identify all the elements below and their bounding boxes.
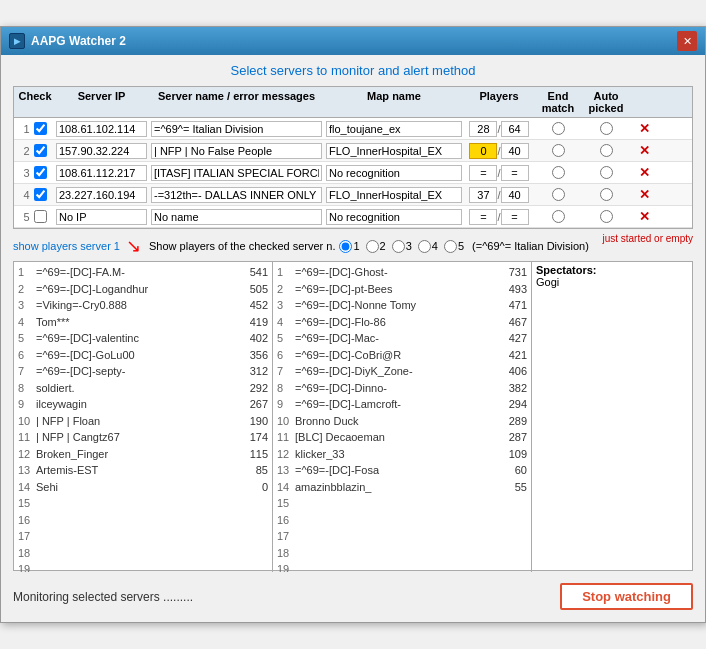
player-row: 12Broken_Finger115: [18, 446, 268, 463]
player-row: 10| NFP | Floan190: [18, 413, 268, 430]
row-checkbox-2[interactable]: [34, 144, 47, 157]
auto-picked-radio-5[interactable]: [600, 210, 613, 223]
col-auto: Auto picked: [582, 89, 630, 115]
row-checkbox-4[interactable]: [34, 188, 47, 201]
row-checkbox-1[interactable]: [34, 122, 47, 135]
auto-picked-radio-4[interactable]: [600, 188, 613, 201]
player-row: 14Sehi0: [18, 479, 268, 496]
map-cell-5: [324, 209, 464, 225]
show-players-radio-3[interactable]: [392, 240, 405, 253]
player-row: 11[BLC] Decaoeman287: [277, 429, 527, 446]
ip-cell-5: [54, 209, 149, 225]
name-input-3[interactable]: [151, 165, 322, 181]
delete-row-2-button[interactable]: ✕: [637, 143, 652, 158]
show-players-radio-4[interactable]: [418, 240, 431, 253]
end-match-radio-4[interactable]: [552, 188, 565, 201]
delete-cell-5: ✕: [630, 209, 658, 224]
bottom-bar: Monitoring selected servers ......... St…: [13, 577, 693, 614]
player-row: 6=^69=-[DC]-GoLu00356: [18, 347, 268, 364]
players-max-5[interactable]: [501, 209, 529, 225]
show-players-radio-2[interactable]: [366, 240, 379, 253]
delete-row-1-button[interactable]: ✕: [637, 121, 652, 136]
close-button[interactable]: ✕: [677, 31, 697, 51]
end-match-cell-2: [534, 144, 582, 157]
ip-input-5[interactable]: [56, 209, 147, 225]
show-players-option-5[interactable]: 5: [444, 240, 464, 253]
name-input-4[interactable]: [151, 187, 322, 203]
players-max-4[interactable]: [501, 187, 529, 203]
player-row-empty: 19: [18, 561, 268, 572]
status-text: Monitoring selected servers .........: [13, 590, 193, 604]
players-current-4[interactable]: [469, 187, 497, 203]
window-title: AAPG Watcher 2: [31, 34, 126, 48]
ip-input-2[interactable]: [56, 143, 147, 159]
player-row-empty: 18: [18, 545, 268, 562]
table-row: 4 / ✕: [14, 184, 692, 206]
map-input-4[interactable]: [326, 187, 462, 203]
end-match-radio-5[interactable]: [552, 210, 565, 223]
map-input-2[interactable]: [326, 143, 462, 159]
just-started-note: just started or empty: [602, 233, 693, 245]
table-row: 3 / ✕: [14, 162, 692, 184]
players-max-3[interactable]: [501, 165, 529, 181]
show-players-radio-5[interactable]: [444, 240, 457, 253]
row-number-5: 5: [16, 210, 54, 223]
row-checkbox-5[interactable]: [34, 210, 47, 223]
col-name: Server name / error messages: [149, 89, 324, 115]
players-current-2[interactable]: [469, 143, 497, 159]
player-row: 1=^69=-[DC]-Ghost-731: [277, 264, 527, 281]
auto-picked-radio-2[interactable]: [600, 144, 613, 157]
name-cell-5: [149, 209, 324, 225]
player-row-empty: 16: [277, 512, 527, 529]
ip-input-3[interactable]: [56, 165, 147, 181]
players-current-5[interactable]: [469, 209, 497, 225]
players-cell-1: /: [464, 121, 534, 137]
name-input-5[interactable]: [151, 209, 322, 225]
end-match-radio-3[interactable]: [552, 166, 565, 179]
map-input-3[interactable]: [326, 165, 462, 181]
table-row: 1 / ✕: [14, 118, 692, 140]
player-row: 9=^69=-[DC]-Lamcroft-294: [277, 396, 527, 413]
player-row: 5=^69=-[DC]-valentinc402: [18, 330, 268, 347]
map-input-1[interactable]: [326, 121, 462, 137]
row-checkbox-3[interactable]: [34, 166, 47, 179]
col-ip: Server IP: [54, 89, 149, 115]
main-content: Select servers to monitor and alert meth…: [1, 55, 705, 622]
name-input-2[interactable]: [151, 143, 322, 159]
players-max-2[interactable]: [501, 143, 529, 159]
end-match-radio-2[interactable]: [552, 144, 565, 157]
player-row: 11| NFP | Cangtz67174: [18, 429, 268, 446]
player-row: 12klicker_33109: [277, 446, 527, 463]
show-players-option-1[interactable]: 1: [339, 240, 359, 253]
name-input-1[interactable]: [151, 121, 322, 137]
ip-input-4[interactable]: [56, 187, 147, 203]
auto-picked-radio-1[interactable]: [600, 122, 613, 135]
auto-picked-radio-3[interactable]: [600, 166, 613, 179]
end-match-radio-1[interactable]: [552, 122, 565, 135]
end-match-cell-1: [534, 122, 582, 135]
players-current-3[interactable]: [469, 165, 497, 181]
ip-input-1[interactable]: [56, 121, 147, 137]
delete-row-5-button[interactable]: ✕: [637, 209, 652, 224]
player-row: 3=Viking=-Cry0.888452: [18, 297, 268, 314]
ip-cell-1: [54, 121, 149, 137]
player-row-empty: 15: [277, 495, 527, 512]
players-current-1[interactable]: [469, 121, 497, 137]
col-check: Check: [16, 89, 54, 115]
show-players-option-2[interactable]: 2: [366, 240, 386, 253]
delete-row-4-button[interactable]: ✕: [637, 187, 652, 202]
map-cell-2: [324, 143, 464, 159]
delete-cell-4: ✕: [630, 187, 658, 202]
player-row-empty: 17: [277, 528, 527, 545]
delete-row-3-button[interactable]: ✕: [637, 165, 652, 180]
show-players-option-4[interactable]: 4: [418, 240, 438, 253]
titlebar: ▶ AAPG Watcher 2 ✕: [1, 27, 705, 55]
delete-cell-2: ✕: [630, 143, 658, 158]
show-players-radio-1[interactable]: [339, 240, 352, 253]
player-row: 7=^69=-[DC]-DiyK_Zone-406: [277, 363, 527, 380]
show-players-option-3[interactable]: 3: [392, 240, 412, 253]
player-row-empty: 15: [18, 495, 268, 512]
map-input-5[interactable]: [326, 209, 462, 225]
players-max-1[interactable]: [501, 121, 529, 137]
stop-watching-button[interactable]: Stop watching: [560, 583, 693, 610]
